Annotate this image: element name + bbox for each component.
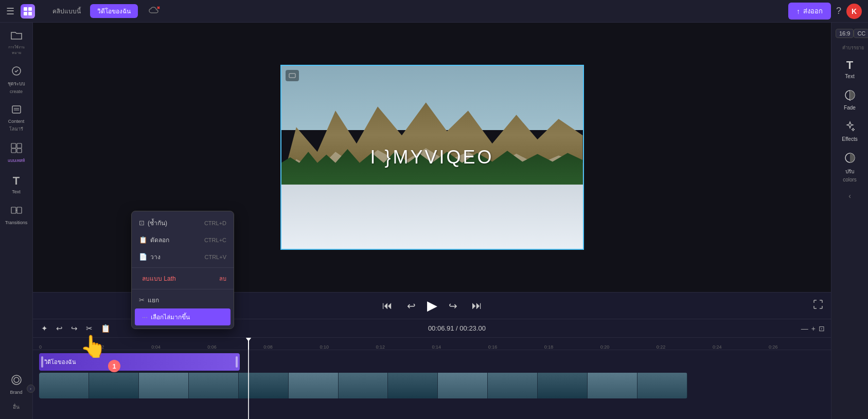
right-panel: 16:9 CC คำบรรยาย T Text Fade xyxy=(831,23,868,419)
ctx-duplicate[interactable]: ⊡ (ซ้ำกัน) CTRL+D xyxy=(132,214,234,231)
cloud-sync-icon xyxy=(148,6,161,17)
right-panel-item-effects[interactable]: Effects xyxy=(835,118,865,145)
main-area: การใช้งานหมาย ชุดระบบ create Content xyxy=(0,23,868,419)
sidebar-item-transitions[interactable]: Transitions xyxy=(2,201,31,229)
tab-clips[interactable]: คลิปแบบนี้ xyxy=(45,4,88,18)
redo-button[interactable]: ↪ xyxy=(69,323,80,334)
magnet-tool-button[interactable]: ✦ xyxy=(39,323,50,334)
right-panel-item-text[interactable]: T Text xyxy=(835,56,865,82)
clip-item[interactable]: วิดีโอของฉัน xyxy=(39,353,240,371)
fullscreen-button[interactable] xyxy=(813,300,823,312)
rewind-button[interactable]: ↩ xyxy=(404,298,419,314)
forward-button[interactable]: ↪ xyxy=(446,298,460,314)
undo-button[interactable]: ↩ xyxy=(54,323,65,334)
right-panel-collapse[interactable]: ‹ xyxy=(846,190,853,202)
ctx-copy-shortcut: CTRL+C xyxy=(204,237,226,243)
ctx-paste-icon: 📄 xyxy=(139,253,147,261)
skip-forward-button[interactable]: ⏭ xyxy=(469,298,485,314)
cut-button[interactable]: ✂ xyxy=(84,323,95,334)
ctx-select-more[interactable]: ··· เลือกไล่มากขึ้น xyxy=(135,308,231,325)
video-track xyxy=(39,373,831,398)
topnav-right: ↑ ส่งออก ? K xyxy=(788,3,862,20)
timeline-playhead[interactable] xyxy=(248,338,249,350)
video-screen-button[interactable] xyxy=(286,70,299,81)
svg-rect-14 xyxy=(11,207,16,213)
ruler-mark-7: 0:14 xyxy=(432,344,488,350)
hamburger-icon[interactable]: ☰ xyxy=(6,6,14,17)
zoom-out-button[interactable]: — xyxy=(801,324,808,333)
share-button[interactable]: ↑ ส่งออก xyxy=(788,3,831,20)
ground-bg xyxy=(281,185,583,249)
clip-drag-handle-right[interactable] xyxy=(236,356,238,368)
ctx-select-more-label-row: ··· เลือกไล่มากขึ้น xyxy=(142,312,190,322)
effects-panel-label: Effects xyxy=(842,136,857,142)
thumb-13 xyxy=(637,373,687,398)
thumb-9 xyxy=(438,373,488,398)
caption-button[interactable]: CC xyxy=(854,29,868,38)
help-button[interactable]: ? xyxy=(836,6,841,16)
sidebar-item-templates[interactable]: แบบเทสท์ xyxy=(2,139,31,168)
video-track-clip[interactable] xyxy=(39,373,687,398)
ctx-delete[interactable]: ลบแบบ Lath ลบ xyxy=(132,270,234,287)
app-menu[interactable]: ☰ xyxy=(6,6,14,17)
svg-point-17 xyxy=(14,377,19,382)
sidebar-item-create[interactable]: ชุดระบบ create xyxy=(2,62,31,98)
ruler-mark-3: 0:06 xyxy=(207,344,263,350)
right-panel-item-fade[interactable]: Fade xyxy=(835,86,865,114)
content-icon xyxy=(11,104,22,117)
sidebar-text-label: Text xyxy=(12,189,21,194)
svg-rect-2 xyxy=(24,12,27,15)
tab-my-video[interactable]: วิดีโอของฉัน xyxy=(90,4,138,18)
ruler-mark-11: 0:22 xyxy=(657,344,713,350)
ctx-split-label-row: ✂ แยก xyxy=(139,295,159,305)
ctx-paste[interactable]: 📄 วาง CTRL+V xyxy=(132,248,234,265)
context-menu: ⊡ (ซ้ำกัน) CTRL+D 📋 ตัดลอก CTRL+C 📄 วาง … xyxy=(131,211,234,329)
ruler-mark-12: 0:24 xyxy=(713,344,769,350)
timeline-tracks: วิดีโอของฉัน xyxy=(33,350,831,400)
zoom-in-button[interactable]: + xyxy=(811,324,816,333)
fade-panel-label: Fade xyxy=(844,105,856,111)
ctx-split-icon: ✂ xyxy=(139,296,145,304)
ctx-duplicate-label: (ซ้ำกัน) xyxy=(148,218,167,228)
ctx-split[interactable]: ✂ แยก xyxy=(132,292,234,308)
svg-rect-11 xyxy=(17,143,22,148)
skip-back-button[interactable]: ⏮ xyxy=(379,298,396,314)
ctx-select-more-icon: ··· xyxy=(142,313,148,321)
right-panel-item-colors[interactable]: ปรับ colors xyxy=(835,149,865,186)
sidebar-item-brand[interactable]: Brand › xyxy=(2,370,31,399)
video-frame: I }MYVIQEO xyxy=(280,65,584,250)
video-overlay-text: I }MYVIQEO xyxy=(370,147,493,168)
ruler-marks-container: 0 0:02 0:04 0:06 0:08 0:10 0:12 0:14 0:1… xyxy=(39,344,825,350)
svg-rect-15 xyxy=(17,207,22,213)
ruler-mark-0: 0 xyxy=(39,344,95,350)
playhead-triangle xyxy=(245,338,252,341)
ctx-copy[interactable]: 📋 ตัดลอก CTRL+C xyxy=(132,231,234,248)
clip-drag-handle-left[interactable] xyxy=(41,356,43,368)
ctx-copy-label-row: 📋 ตัดลอก xyxy=(139,235,169,245)
text-panel-label: Text xyxy=(845,74,854,79)
top-navigation: ☰ คลิปแบบนี้ วิดีโอของฉัน ↑ ส่งออก ? K xyxy=(0,0,868,23)
play-button[interactable]: ▶ xyxy=(427,298,437,314)
ctx-delete-label-row: ลบแบบ Lath xyxy=(139,274,176,283)
clip-track: วิดีโอของฉัน xyxy=(39,353,831,371)
thumb-2 xyxy=(89,373,139,398)
sidebar-item-text[interactable]: T Text xyxy=(2,170,31,198)
ctx-copy-label: ตัดลอก xyxy=(150,235,169,245)
fit-zoom-button[interactable]: ⊡ xyxy=(819,324,825,333)
user-avatar[interactable]: K xyxy=(846,4,862,19)
sidebar-item-folder[interactable]: การใช้งานหมาย xyxy=(2,27,31,60)
thumb-4 xyxy=(189,373,239,398)
ctx-duplicate-shortcut: CTRL+D xyxy=(204,220,226,226)
sidebar-item-content[interactable]: Content โลมารี xyxy=(2,100,31,137)
timeline-area: ✦ ↩ ↪ ✂ 📋 00:06.91 / 00:23.00 — + ⊡ 0 xyxy=(33,319,831,419)
ruler-mark-5: 0:10 xyxy=(320,344,376,350)
badge-number-1: 1 xyxy=(108,360,120,372)
upload-icon: ↑ xyxy=(796,7,800,15)
ctx-delete-shortcut: ลบ xyxy=(219,274,226,283)
paste-button[interactable]: 📋 xyxy=(99,323,113,334)
sidebar-others-label: อื่น xyxy=(13,403,20,411)
sidebar-create-sublabel: create xyxy=(10,89,23,94)
sidebar-item-others[interactable]: อื่น xyxy=(2,399,31,415)
sidebar-templates-label: แบบเทสท์ xyxy=(8,157,25,164)
thumb-10 xyxy=(488,373,538,398)
